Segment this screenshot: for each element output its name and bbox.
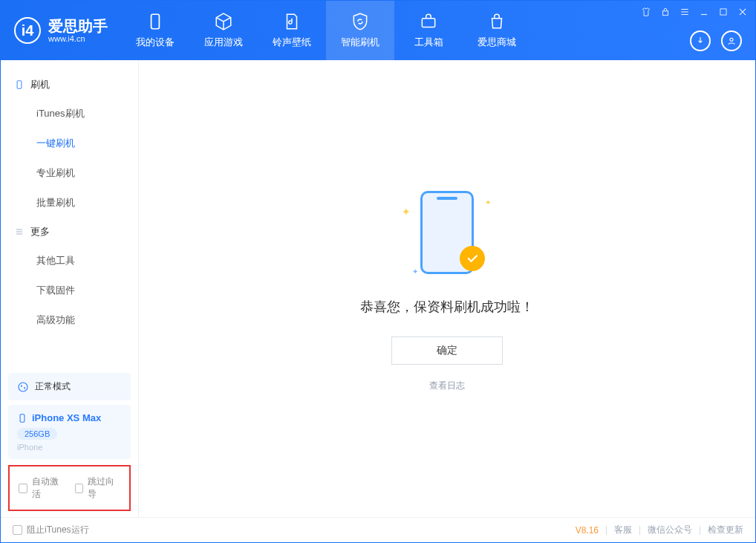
sidebar-item-oneclick-flash[interactable]: 一键刷机 xyxy=(1,129,138,158)
cube-icon xyxy=(214,12,233,31)
close-icon[interactable] xyxy=(737,7,748,17)
app-url: www.i4.cn xyxy=(48,34,108,43)
header: i4 爱思助手 www.i4.cn 我的设备 应用游戏 铃声壁纸 智能刷机 xyxy=(1,1,755,60)
nav-store[interactable]: 爱思商城 xyxy=(463,1,531,60)
checkbox-box xyxy=(75,484,84,493)
sparkle-icon: ✦ xyxy=(412,267,418,276)
sidebar-section-flash: 刷机 xyxy=(1,71,138,99)
version-label: V8.16 xyxy=(576,525,599,536)
divider xyxy=(606,526,607,535)
divider xyxy=(700,526,700,535)
checkbox-box xyxy=(13,525,22,535)
svg-point-7 xyxy=(21,385,22,386)
main-content: ✦ ✦ ✦ 恭喜您，保资料刷机成功啦！ 确定 查看日志 xyxy=(139,60,755,517)
sidebar: 刷机 iTunes刷机 一键刷机 专业刷机 批量刷机 更多 其他工具 下载固件 … xyxy=(1,60,139,517)
device-icon xyxy=(146,12,165,31)
minimize-icon[interactable] xyxy=(699,7,709,17)
svg-rect-5 xyxy=(17,81,22,89)
sidebar-section-more: 更多 xyxy=(1,218,138,246)
ok-button[interactable]: 确定 xyxy=(391,336,503,365)
svg-rect-3 xyxy=(720,9,726,15)
menu-icon[interactable] xyxy=(680,7,690,17)
svg-rect-9 xyxy=(20,414,25,422)
checkbox-label: 自动激活 xyxy=(32,475,65,501)
section-label: 刷机 xyxy=(30,78,50,91)
logo-icon: i4 xyxy=(14,17,41,44)
mode-label: 正常模式 xyxy=(35,380,71,393)
device-name: iPhone XS Max xyxy=(32,412,101,423)
logo-text-block: 爱思助手 www.i4.cn xyxy=(48,18,108,43)
footer-link-wechat[interactable]: 微信公众号 xyxy=(648,524,692,536)
nav-label: 工具箱 xyxy=(414,36,443,49)
device-card[interactable]: iPhone XS Max 256GB iPhone xyxy=(8,405,131,459)
nav-label: 爱思商城 xyxy=(478,36,516,49)
toolbox-icon xyxy=(419,12,438,31)
nav-toolbox[interactable]: 工具箱 xyxy=(394,1,463,60)
body: 刷机 iTunes刷机 一键刷机 专业刷机 批量刷机 更多 其他工具 下载固件 … xyxy=(1,60,755,517)
app-window: i4 爱思助手 www.i4.cn 我的设备 应用游戏 铃声壁纸 智能刷机 xyxy=(0,0,756,543)
success-illustration: ✦ ✦ ✦ xyxy=(399,185,495,282)
checkbox-skip-guide[interactable]: 跳过向导 xyxy=(75,475,121,501)
footer-right: V8.16 客服 微信公众号 检查更新 xyxy=(576,524,743,536)
svg-rect-2 xyxy=(663,11,668,16)
nav-ringtone-wallpaper[interactable]: 铃声壁纸 xyxy=(258,1,326,60)
sidebar-item-pro-flash[interactable]: 专业刷机 xyxy=(1,158,138,188)
sidebar-scroll: 刷机 iTunes刷机 一键刷机 专业刷机 批量刷机 更多 其他工具 下载固件 … xyxy=(1,60,138,368)
sidebar-item-other-tools[interactable]: 其他工具 xyxy=(1,246,138,276)
nav-apps-games[interactable]: 应用游戏 xyxy=(189,1,258,60)
sidebar-item-itunes-flash[interactable]: iTunes刷机 xyxy=(1,99,138,129)
download-button[interactable] xyxy=(690,30,711,51)
success-message: 恭喜您，保资料刷机成功啦！ xyxy=(360,298,534,316)
nav-label: 智能刷机 xyxy=(341,36,379,49)
capacity-badge: 256GB xyxy=(17,428,57,440)
footer: 阻止iTunes运行 V8.16 客服 微信公众号 检查更新 xyxy=(1,517,755,542)
sidebar-item-batch-flash[interactable]: 批量刷机 xyxy=(1,188,138,218)
music-file-icon xyxy=(282,12,302,31)
bag-icon xyxy=(487,12,506,31)
phone-icon xyxy=(17,413,27,423)
logo-area: i4 爱思助手 www.i4.cn xyxy=(1,1,121,60)
mode-card[interactable]: 正常模式 xyxy=(8,373,131,400)
sidebar-item-advanced[interactable]: 高级功能 xyxy=(1,305,138,335)
list-icon xyxy=(14,227,25,237)
device-type: iPhone xyxy=(17,443,122,452)
section-label: 更多 xyxy=(30,225,50,238)
nav-smart-flash[interactable]: 智能刷机 xyxy=(326,1,394,60)
check-badge-icon xyxy=(460,246,485,271)
footer-link-update[interactable]: 检查更新 xyxy=(708,524,743,536)
nav-label: 铃声壁纸 xyxy=(273,36,311,49)
nav-label: 应用游戏 xyxy=(204,36,243,49)
checkbox-label: 阻止iTunes运行 xyxy=(27,524,89,536)
checkbox-block-itunes[interactable]: 阻止iTunes运行 xyxy=(13,524,89,536)
view-log-link[interactable]: 查看日志 xyxy=(429,380,465,392)
sparkle-icon: ✦ xyxy=(402,206,411,218)
maximize-icon[interactable] xyxy=(718,7,729,17)
lock-icon[interactable] xyxy=(660,7,671,17)
mode-icon xyxy=(17,381,29,393)
svg-rect-1 xyxy=(422,19,434,27)
nav-label: 我的设备 xyxy=(136,36,175,49)
sidebar-item-download-firmware[interactable]: 下载固件 xyxy=(1,276,138,305)
checkbox-label: 跳过向导 xyxy=(88,475,120,501)
phone-icon xyxy=(14,79,25,90)
footer-link-support[interactable]: 客服 xyxy=(614,524,632,536)
device-name-row: iPhone XS Max xyxy=(17,412,122,423)
nav-my-device[interactable]: 我的设备 xyxy=(121,1,189,60)
shield-refresh-icon xyxy=(351,12,370,31)
svg-point-4 xyxy=(730,38,733,41)
header-user-area xyxy=(690,30,742,51)
checkbox-auto-activate[interactable]: 自动激活 xyxy=(19,475,65,501)
user-button[interactable] xyxy=(721,30,742,51)
checkbox-box xyxy=(19,484,27,493)
sparkle-icon: ✦ xyxy=(485,198,491,207)
svg-point-6 xyxy=(19,383,27,391)
highlighted-checkbox-row: 自动激活 跳过向导 xyxy=(8,465,131,511)
tshirt-icon[interactable] xyxy=(641,7,651,17)
footer-left: 阻止iTunes运行 xyxy=(13,524,89,536)
svg-rect-0 xyxy=(151,14,160,29)
window-controls xyxy=(641,7,748,17)
svg-point-8 xyxy=(24,387,25,388)
app-name: 爱思助手 xyxy=(48,18,108,34)
divider xyxy=(639,526,640,535)
sidebar-bottom: 正常模式 iPhone XS Max 256GB iPhone 自动激活 xyxy=(1,368,138,517)
